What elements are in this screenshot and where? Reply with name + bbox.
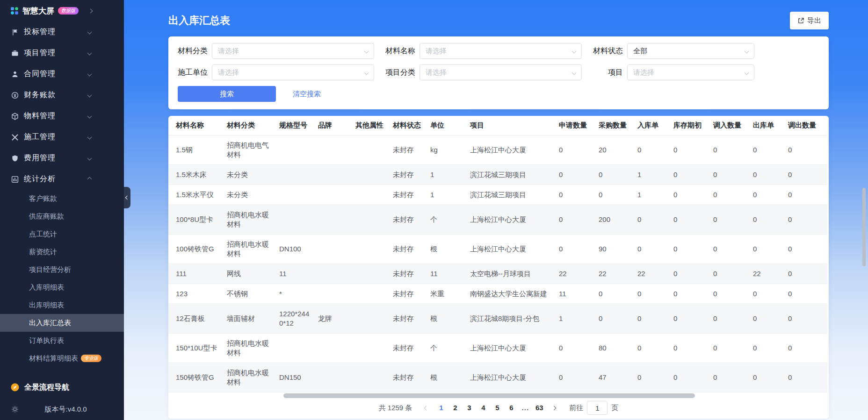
page-buttons: 123456...63 [434, 401, 546, 415]
sidebar-item-flow-navigation[interactable]: 全景流程导航 [0, 376, 124, 399]
table-cell: 11 [430, 264, 470, 284]
sidebar-item-contract[interactable]: 合同管理 [0, 64, 124, 85]
table-row[interactable]: 100铸铁管G招商机电水暖材料DN100未封存根上海松江中心大厦09000000 [168, 235, 827, 264]
column-header: 规格型号 [279, 116, 318, 135]
goto-page: 前往 页 [569, 401, 618, 415]
table-cell [318, 264, 355, 284]
pagination-more[interactable]: ... [518, 401, 532, 415]
sidebar-footer: 版本号:v4.0.0 [0, 399, 124, 420]
inout-summary-table: 材料名称材料分类规格型号品牌其他属性材料状态单位项目申请数量采购数量入库单库存期… [168, 116, 827, 392]
sidebar-subitem[interactable]: 供应商账款 [0, 207, 124, 225]
material-name-select[interactable]: 请选择 [420, 43, 582, 59]
clear-search-link[interactable]: 清空搜索 [293, 90, 321, 99]
flow-nav-label: 全景流程导航 [24, 383, 69, 392]
sidebar-item-bid[interactable]: 投标管理 [0, 21, 124, 43]
table-cell: 0 [713, 235, 753, 264]
material-category-select[interactable]: 请选择 [212, 43, 374, 59]
sidebar-collapse-handle[interactable] [124, 187, 130, 208]
table-cell [355, 284, 393, 304]
table-row[interactable]: 1.5米水平仪未分类未封存1滨江花城三期项目0010000 [168, 185, 827, 205]
sidebar-subitem[interactable]: 材料结算明细表专业版 [0, 349, 124, 367]
table-cell: 未封存 [393, 363, 430, 392]
table-cell: 47 [599, 363, 637, 392]
next-page-button[interactable] [548, 406, 560, 410]
sidebar-subitem[interactable]: 项目经营分析 [0, 261, 124, 278]
material-status-select[interactable]: 全部 [627, 43, 754, 59]
table-row[interactable]: 150铸铁管G招商机电水暖材料DN150未封存根上海松江中心大厦04700000 [168, 363, 827, 392]
table-cell: 0 [673, 304, 713, 334]
table-cell: 1.5钢 [168, 135, 227, 165]
sidebar-item-finance[interactable]: 财务账款 [0, 85, 124, 106]
table-cell [279, 165, 318, 185]
table-cell: 未封存 [393, 334, 430, 363]
sidebar-brand[interactable]: 智慧大屏 数据版 [0, 0, 124, 21]
page-button[interactable]: 3 [462, 401, 476, 415]
horizontal-scrollbar-thumb[interactable] [283, 393, 695, 398]
table-row[interactable]: 1.5米木床未分类未封存1滨江花城三期项目0010000 [168, 165, 827, 185]
goto-page-input[interactable] [587, 401, 608, 415]
chevron-down-icon [87, 135, 92, 140]
page-button[interactable]: 4 [476, 401, 490, 415]
sidebar: 智慧大屏 数据版 投标管理项目管理合同管理财务账款物料管理施工管理费用管理统计分… [0, 0, 124, 420]
subitem-label: 材料结算明细表 [29, 354, 78, 363]
project-category-select[interactable]: 请选择 [420, 64, 582, 80]
sidebar-subitem[interactable]: 客户账款 [0, 190, 124, 207]
chevron-down-icon [87, 93, 92, 98]
table-row[interactable]: 12石膏板墙面辅材1220*2440*12龙牌未封存根滨江花城8期项目-分包10… [168, 304, 827, 334]
chevron-down-icon [572, 70, 577, 75]
filter-field: 项目分类请选择 [385, 64, 582, 80]
table-cell: 未封存 [393, 235, 430, 264]
export-button-label: 导出 [807, 16, 821, 25]
table-cell: 0 [713, 334, 753, 363]
version-label: 版本号:v4.0.0 [19, 405, 113, 414]
table-row[interactable]: 100*8U型卡招商机电水暖材料未封存个上海松江中心大厦020000000 [168, 205, 827, 235]
table-cell: 个 [430, 205, 470, 235]
table-cell: 滨江花城8期项目-分包 [470, 304, 559, 334]
sidebar-item-stats[interactable]: 统计分析 [0, 169, 124, 190]
sidebar-item-construction[interactable]: 施工管理 [0, 127, 124, 148]
sidebar-item-material[interactable]: 物料管理 [0, 106, 124, 127]
table-row[interactable]: 111网线11未封存11太空电梯--月球项目22222200220 [168, 264, 827, 284]
sidebar-subitem[interactable]: 订单执行表 [0, 332, 124, 349]
table-cell [318, 284, 355, 304]
table-row[interactable]: 1.5钢招商机电电气材料未封存kg上海松江中心大厦02000000 [168, 135, 827, 165]
sidebar-subitem[interactable]: 点工统计 [0, 225, 124, 243]
table-cell [318, 205, 355, 235]
page-button[interactable]: 6 [504, 401, 518, 415]
table-cell: 上海松江中心大厦 [470, 334, 559, 363]
construction-unit-select[interactable]: 请选择 [212, 64, 374, 80]
subitem-label: 出入库汇总表 [29, 319, 71, 327]
page-button[interactable]: 63 [532, 401, 546, 415]
prev-page-button[interactable] [420, 406, 432, 410]
sidebar-item-project[interactable]: 项目管理 [0, 43, 124, 64]
table-cell: 南钢盛达大学生公寓新建 [470, 284, 559, 304]
table-cell: 0 [788, 185, 827, 205]
table-cell: DN100 [279, 235, 318, 264]
finance-icon [11, 92, 19, 99]
sidebar-subitem[interactable]: 出库明细表 [0, 296, 124, 314]
table-row[interactable]: 123不锈钢*未封存米重南钢盛达大学生公寓新建11000000 [168, 284, 827, 304]
table-cell: 150*10U型卡 [168, 334, 227, 363]
table-cell [355, 165, 393, 185]
page-button[interactable]: 5 [490, 401, 504, 415]
table-cell: 未封存 [393, 185, 430, 205]
column-header: 材料状态 [393, 116, 430, 135]
project-select[interactable]: 请选择 [627, 64, 754, 80]
page-button[interactable]: 1 [434, 401, 448, 415]
table-cell: 0 [713, 135, 753, 165]
table-row[interactable]: 150*10U型卡招商机电水暖材料未封存个上海松江中心大厦08000000 [168, 334, 827, 363]
gear-icon[interactable] [11, 406, 19, 413]
export-button[interactable]: 导出 [790, 12, 829, 29]
sidebar-subitem[interactable]: 薪资统计 [0, 243, 124, 261]
table-cell: 100*8U型卡 [168, 205, 227, 235]
sidebar-item-expense[interactable]: 费用管理 [0, 148, 124, 169]
table-cell: 0 [788, 363, 827, 392]
search-button[interactable]: 搜索 [178, 86, 276, 102]
table-cell: 太空电梯--月球项目 [470, 264, 559, 284]
sidebar-subitem[interactable]: 入库明细表 [0, 278, 124, 296]
table-cell: 0 [673, 205, 713, 235]
vertical-scrollbar-thumb[interactable] [862, 188, 866, 266]
page-button[interactable]: 2 [448, 401, 462, 415]
sidebar-subitem[interactable]: 出入库汇总表 [0, 314, 124, 332]
chevron-down-icon [87, 30, 92, 35]
